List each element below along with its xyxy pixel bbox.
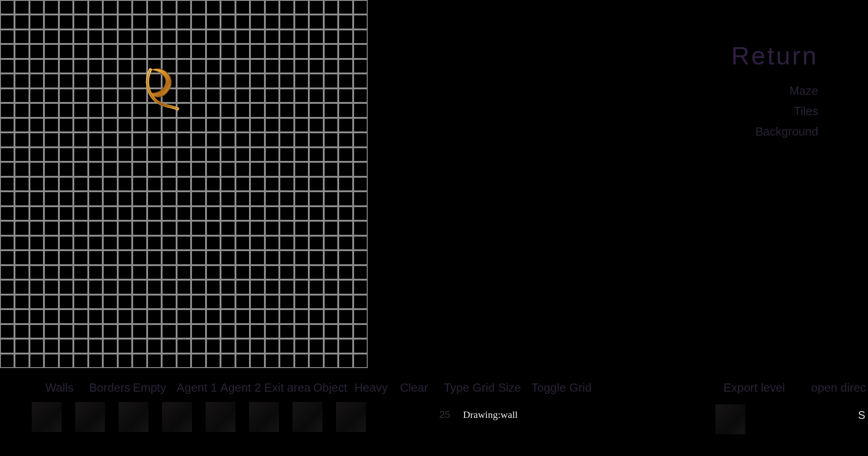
- grid-cell[interactable]: [133, 340, 146, 352]
- grid-cell[interactable]: [207, 310, 220, 323]
- grid-cell[interactable]: [236, 133, 249, 146]
- grid-cell[interactable]: [295, 266, 308, 279]
- grid-cell[interactable]: [192, 15, 205, 28]
- grid-cell[interactable]: [89, 207, 102, 220]
- grid-cell[interactable]: [207, 119, 220, 131]
- grid-cell[interactable]: [119, 89, 131, 102]
- grid-cell[interactable]: [192, 74, 205, 87]
- grid-cell[interactable]: [163, 74, 175, 87]
- grid-cell[interactable]: [192, 251, 205, 264]
- grid-cell[interactable]: [60, 148, 72, 161]
- grid-cell[interactable]: [133, 281, 146, 293]
- grid-cell[interactable]: [280, 354, 293, 367]
- grid-cell[interactable]: [74, 207, 87, 220]
- grid-cell[interactable]: [45, 15, 58, 28]
- grid-cell[interactable]: [89, 45, 102, 58]
- grid-cell[interactable]: [119, 340, 131, 352]
- grid-cell[interactable]: [192, 45, 205, 58]
- grid-cell[interactable]: [266, 74, 278, 87]
- grid-cell[interactable]: [236, 15, 249, 28]
- grid-cell[interactable]: [177, 222, 190, 234]
- grid-cell[interactable]: [148, 133, 161, 146]
- grid-cell[interactable]: [15, 89, 28, 102]
- grid-cell[interactable]: [60, 251, 72, 264]
- grid-cell[interactable]: [89, 163, 102, 175]
- grid-cell[interactable]: [236, 266, 249, 279]
- grid-cell[interactable]: [163, 30, 175, 43]
- grid-cell[interactable]: [133, 60, 146, 73]
- grid-cell[interactable]: [30, 89, 43, 102]
- grid-cell[interactable]: [119, 325, 131, 338]
- tool-exitarea-swatch[interactable]: [249, 402, 279, 432]
- grid-cell[interactable]: [251, 222, 264, 234]
- grid-cell[interactable]: [30, 60, 43, 73]
- grid-cell[interactable]: [30, 340, 43, 352]
- grid-cell[interactable]: [266, 148, 278, 161]
- grid-cell[interactable]: [339, 281, 352, 293]
- grid-cell[interactable]: [339, 148, 352, 161]
- grid-cell[interactable]: [15, 119, 28, 131]
- grid-cell[interactable]: [30, 15, 43, 28]
- grid-cell[interactable]: [30, 133, 43, 146]
- grid-cell[interactable]: [89, 354, 102, 367]
- grid-cell[interactable]: [133, 133, 146, 146]
- grid-cell[interactable]: [45, 45, 58, 58]
- grid-cell[interactable]: [325, 74, 337, 87]
- grid-cell[interactable]: [148, 60, 161, 73]
- grid-cell[interactable]: [119, 104, 131, 116]
- grid-cell[interactable]: [280, 60, 293, 73]
- grid-cell[interactable]: [295, 340, 308, 352]
- grid-cell[interactable]: [148, 1, 161, 14]
- grid-cell[interactable]: [89, 237, 102, 249]
- grid-cell[interactable]: [325, 15, 337, 28]
- grid-cell[interactable]: [89, 178, 102, 190]
- grid-cell[interactable]: [104, 104, 116, 116]
- grid-cell[interactable]: [251, 281, 264, 293]
- grid-cell[interactable]: [295, 251, 308, 264]
- grid-cell[interactable]: [148, 251, 161, 264]
- grid-cell[interactable]: [266, 104, 278, 116]
- grid-cell[interactable]: [266, 45, 278, 58]
- grid-cell[interactable]: [266, 354, 278, 367]
- grid-cell[interactable]: [45, 104, 58, 116]
- grid-cell[interactable]: [148, 222, 161, 234]
- grid-cell[interactable]: [74, 354, 87, 367]
- grid-cell[interactable]: [119, 133, 131, 146]
- grid-cell[interactable]: [89, 133, 102, 146]
- grid-cell[interactable]: [221, 45, 234, 58]
- grid-cell[interactable]: [325, 104, 337, 116]
- grid-cell[interactable]: [236, 104, 249, 116]
- grid-cell[interactable]: [310, 192, 322, 205]
- grid-cell[interactable]: [163, 325, 175, 338]
- grid-cell[interactable]: [236, 237, 249, 249]
- grid-cell[interactable]: [266, 325, 278, 338]
- grid-cell[interactable]: [15, 45, 28, 58]
- grid-cell[interactable]: [221, 89, 234, 102]
- grid-cell[interactable]: [207, 296, 220, 308]
- grid-cell[interactable]: [104, 45, 116, 58]
- grid-cell[interactable]: [280, 340, 293, 352]
- grid-cell[interactable]: [295, 192, 308, 205]
- grid-cell[interactable]: [148, 281, 161, 293]
- grid-cell[interactable]: [177, 266, 190, 279]
- grid-cell[interactable]: [354, 30, 367, 43]
- grid-cell[interactable]: [177, 192, 190, 205]
- grid-cell[interactable]: [236, 89, 249, 102]
- tool-exitarea-label[interactable]: Exit area: [264, 381, 313, 395]
- grid-cell[interactable]: [354, 119, 367, 131]
- grid-cell[interactable]: [339, 178, 352, 190]
- grid-cell[interactable]: [104, 251, 116, 264]
- menu-item-background[interactable]: Background: [731, 125, 818, 139]
- grid-cell[interactable]: [339, 192, 352, 205]
- grid-cell[interactable]: [310, 222, 322, 234]
- grid-cell[interactable]: [221, 207, 234, 220]
- grid-cell[interactable]: [177, 15, 190, 28]
- grid-cell[interactable]: [310, 89, 322, 102]
- grid-cell[interactable]: [295, 60, 308, 73]
- grid-cell[interactable]: [339, 207, 352, 220]
- grid-cell[interactable]: [295, 133, 308, 146]
- grid-cell[interactable]: [192, 30, 205, 43]
- grid-cell[interactable]: [148, 192, 161, 205]
- grid-cell[interactable]: [1, 148, 14, 161]
- grid-cell[interactable]: [1, 45, 14, 58]
